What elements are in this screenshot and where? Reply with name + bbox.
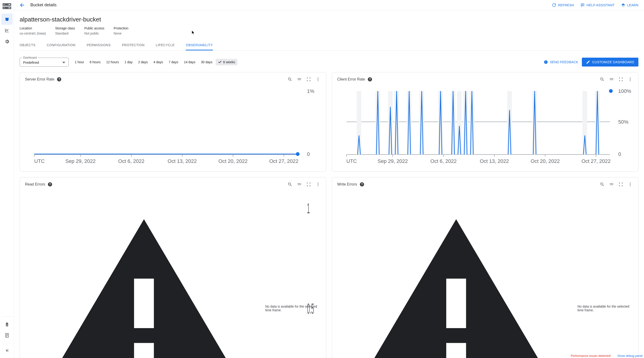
svg-text:Oct 27, 2022: Oct 27, 2022 <box>269 158 298 164</box>
tab-lifecycle[interactable]: LIFECYCLE <box>156 41 175 50</box>
legend-toggle-icon[interactable] <box>609 181 614 187</box>
send-feedback-button[interactable]: SEND FEEDBACK <box>544 60 578 64</box>
help-icon[interactable]: ? <box>368 77 372 81</box>
nodata-message: No data is available for the selected ti… <box>265 305 321 312</box>
svg-point-79 <box>609 89 613 93</box>
show-debug-panel-link[interactable]: Show debug panel <box>617 354 642 358</box>
chart-title: Server Error Rate <box>25 77 54 81</box>
svg-rect-66 <box>388 91 393 155</box>
client-error-chart: UTC Sep 29, 2022 Oct 6, 2022 Oct 13, 202… <box>337 84 633 169</box>
sidebar-item-monitoring[interactable] <box>2 25 12 36</box>
time-chip-7-days[interactable]: 7 days <box>166 59 181 65</box>
zoom-icon[interactable] <box>599 181 605 187</box>
chart-title: Client Error Rate <box>337 77 365 81</box>
zoom-icon[interactable] <box>287 77 293 82</box>
dashboard-select[interactable]: Dashboard Predefined <box>20 58 69 66</box>
svg-text:Oct 13, 2022: Oct 13, 2022 <box>480 158 509 164</box>
feedback-icon <box>544 60 548 64</box>
svg-text:50%: 50% <box>618 119 628 125</box>
time-chip-14-days[interactable]: 14 days <box>182 59 198 65</box>
svg-rect-104 <box>446 279 466 328</box>
customize-dashboard-button[interactable]: CUSTOMIZE DASHBOARD <box>582 58 638 66</box>
sidebar-item-release-notes[interactable] <box>2 330 12 341</box>
sidebar-expand-toggle[interactable] <box>2 345 12 356</box>
prop-label: Storage class <box>55 26 75 30</box>
performance-warning: Performance issues detected! <box>571 354 611 358</box>
prop-storage-class: Storage class Standard <box>55 26 75 35</box>
more-options-icon[interactable] <box>628 77 633 82</box>
chat-icon <box>580 3 585 7</box>
footer-status-bar: Performance issues detected! Show debug … <box>571 354 642 358</box>
help-icon[interactable]: ? <box>360 182 364 186</box>
fullscreen-icon[interactable] <box>306 77 312 82</box>
prop-value: Not public <box>84 31 104 35</box>
time-chip-4-days[interactable]: 4 days <box>151 59 165 65</box>
more-options-icon[interactable] <box>315 77 321 82</box>
prop-protection: Protection None <box>114 26 128 35</box>
chart-card-write-errors: Write Errors ? No data is available for … <box>332 177 638 358</box>
fullscreen-icon[interactable] <box>306 181 312 187</box>
svg-point-3 <box>4 7 4 8</box>
sidebar-item-settings[interactable] <box>2 36 12 47</box>
learn-button[interactable]: LEARN <box>621 3 638 7</box>
server-error-chart: UTC Sep 29, 2022 Oct 6, 2022 Oct 13, 202… <box>25 84 321 169</box>
svg-rect-95 <box>134 279 154 328</box>
tab-protection[interactable]: PROTECTION <box>122 41 145 50</box>
back-button[interactable] <box>20 2 25 8</box>
svg-text:1%: 1% <box>307 88 314 94</box>
more-options-icon[interactable] <box>315 181 321 187</box>
svg-text:Sep 29, 2022: Sep 29, 2022 <box>378 158 408 164</box>
chart-title: Write Errors <box>337 182 357 186</box>
tab-observability[interactable]: OBSERVABILITY <box>186 41 213 50</box>
svg-text:Oct 20, 2022: Oct 20, 2022 <box>218 158 248 164</box>
zoom-icon[interactable] <box>287 181 293 187</box>
svg-point-101 <box>630 183 630 183</box>
time-chip-6-hours[interactable]: 6 hours <box>88 59 103 65</box>
legend-toggle-icon[interactable] <box>609 77 614 82</box>
fullscreen-icon[interactable] <box>618 181 624 187</box>
sidebar-item-buckets[interactable] <box>2 13 12 25</box>
time-chip-12-hours[interactable]: 12 hours <box>104 59 121 65</box>
bucket-properties: Location us-central1 (Iowa) Storage clas… <box>20 26 638 35</box>
legend-toggle-icon[interactable] <box>296 181 302 187</box>
page-title: Bucket details <box>30 2 56 7</box>
sidebar-item-marketplace[interactable] <box>2 319 12 330</box>
dashboard-select-label: Dashboard <box>22 56 38 59</box>
svg-rect-77 <box>582 91 587 155</box>
send-feedback-label: SEND FEEDBACK <box>550 60 578 64</box>
legend-toggle-icon[interactable] <box>296 77 302 82</box>
warning-icon <box>25 189 263 358</box>
time-chip-6-weeks[interactable]: 6 weeks <box>216 59 238 65</box>
help-icon[interactable]: ? <box>57 77 61 81</box>
svg-text:UTC: UTC <box>346 158 357 164</box>
fullscreen-icon[interactable] <box>618 77 624 82</box>
bucket-name-heading: alpatterson-stackdriver-bucket <box>20 16 638 23</box>
chart-card-server-error-rate: Server Error Rate ? <box>20 72 326 172</box>
tab-objects[interactable]: OBJECTS <box>20 41 36 50</box>
prop-label: Location <box>20 26 46 30</box>
zoom-icon[interactable] <box>599 77 605 82</box>
svg-text:Oct 20, 2022: Oct 20, 2022 <box>531 158 560 164</box>
sidebar <box>0 0 14 358</box>
svg-rect-5 <box>8 7 10 8</box>
svg-point-20 <box>318 79 318 80</box>
more-options-icon[interactable] <box>628 181 633 187</box>
tab-permissions[interactable]: PERMISSIONS <box>87 41 111 50</box>
refresh-button[interactable]: REFRESH <box>552 3 574 7</box>
help-icon[interactable]: ? <box>48 182 52 186</box>
time-chip-30-days[interactable]: 30 days <box>198 59 215 65</box>
time-chip-1-day[interactable]: 1 day <box>122 59 135 65</box>
svg-text:Oct 6, 2022: Oct 6, 2022 <box>430 158 456 164</box>
svg-point-38 <box>296 152 300 156</box>
cloud-storage-logo-icon[interactable] <box>2 3 12 9</box>
top-bar: Bucket details REFRESH HELP ASSISTANT LE… <box>14 0 644 10</box>
refresh-icon <box>552 3 556 7</box>
help-assistant-button[interactable]: HELP ASSISTANT <box>580 3 614 7</box>
time-chip-1-hour[interactable]: 1 hour <box>72 59 86 65</box>
tab-configuration[interactable]: CONFIGURATION <box>47 41 76 50</box>
chart-card-client-error-rate: Client Error Rate ? UTC <box>332 72 638 172</box>
svg-rect-64 <box>356 91 361 155</box>
time-chip-2-days[interactable]: 2 days <box>136 59 150 65</box>
svg-line-81 <box>290 185 292 186</box>
svg-point-19 <box>318 78 318 78</box>
